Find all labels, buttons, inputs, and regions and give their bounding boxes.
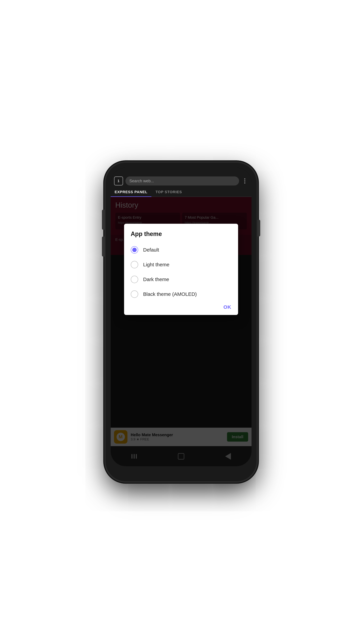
- dialog-title: App theme: [124, 230, 238, 242]
- tab-top-stories[interactable]: TOP STORIES: [152, 188, 186, 196]
- search-placeholder: Search web...: [130, 178, 154, 183]
- radio-default-label: Default: [143, 247, 159, 253]
- radio-option-amoled[interactable]: Black theme (AMOLED): [124, 287, 238, 302]
- radio-option-light[interactable]: Light theme: [124, 257, 238, 272]
- content-area: History E-sports Entry https://esportsen…: [111, 197, 252, 466]
- browser-tabs: EXPRESS PANEL TOP STORIES: [111, 188, 252, 197]
- radio-light-label: Light theme: [143, 262, 170, 268]
- dialog-overlay: App theme Default Light theme Dark: [111, 197, 252, 466]
- tab-express-panel[interactable]: EXPRESS PANEL: [111, 188, 152, 196]
- phone-device: 1 Search web... EXPRESS PANEL TOP STORIE…: [106, 163, 256, 481]
- more-options-icon[interactable]: [242, 178, 248, 184]
- dialog-actions: OK: [124, 302, 238, 312]
- radio-option-dark[interactable]: Dark theme: [124, 272, 238, 287]
- radio-default-circle: [131, 246, 138, 254]
- status-bar: [111, 168, 252, 174]
- search-bar[interactable]: Search web...: [126, 176, 239, 186]
- radio-amoled-circle: [131, 290, 138, 298]
- radio-dark-circle: [131, 276, 138, 283]
- radio-dark-label: Dark theme: [143, 276, 169, 282]
- ok-button[interactable]: OK: [224, 304, 232, 310]
- phone-screen: 1 Search web... EXPRESS PANEL TOP STORIE…: [111, 168, 252, 466]
- radio-light-circle: [131, 261, 138, 268]
- tab-count: 1: [117, 179, 120, 183]
- browser-chrome: 1 Search web...: [111, 174, 252, 188]
- app-theme-dialog: App theme Default Light theme Dark: [124, 224, 238, 315]
- tab-count-box[interactable]: 1: [114, 176, 123, 186]
- radio-option-default[interactable]: Default: [124, 242, 238, 257]
- radio-amoled-label: Black theme (AMOLED): [143, 291, 197, 297]
